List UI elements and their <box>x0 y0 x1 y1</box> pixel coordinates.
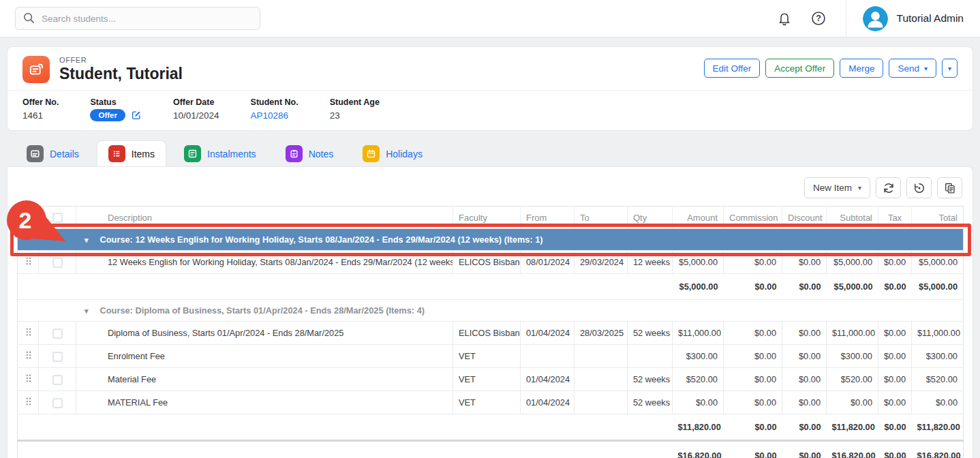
drag-handle[interactable] <box>18 345 39 368</box>
items-table: Description Faculty From To Qty Amount C… <box>17 206 963 458</box>
tab-notes[interactable]: Notes <box>274 140 346 166</box>
field-offer-date: Offer Date 10/01/2024 <box>173 97 219 121</box>
cell-discount: $0.00 <box>782 251 827 274</box>
cell-faculty: ELICOS Bisbane <box>453 322 521 345</box>
group-totals-row-commission: $0.00 <box>724 414 782 441</box>
cell-description: 12 Weeks English for Working Holiday, St… <box>76 251 453 274</box>
cell-subtotal: $11,000.00 <box>827 322 878 345</box>
cell-faculty: ELICOS Bisbane <box>453 251 521 274</box>
cell-total: $520.00 <box>912 368 964 391</box>
cell-commission: $0.00 <box>724 251 782 274</box>
cell-total: $300.00 <box>912 345 964 368</box>
tab-details[interactable]: Details <box>15 140 91 166</box>
edit-offer-button[interactable]: Edit Offer <box>704 59 761 78</box>
user-avatar[interactable] <box>863 6 888 31</box>
edit-status-icon[interactable] <box>131 110 142 121</box>
row-checkbox-cell <box>39 322 76 345</box>
cell-description: MATERIAL Fee <box>76 391 453 414</box>
drag-handle[interactable] <box>18 391 39 414</box>
grand-totals-row-total: $16,820.00 <box>912 441 964 458</box>
history-button[interactable] <box>906 177 932 198</box>
col-total: Total <box>912 207 964 229</box>
notifications-bell-icon[interactable] <box>776 10 793 27</box>
student-search <box>15 7 260 30</box>
refresh-button[interactable] <box>876 177 901 198</box>
record-type-label: OFFER <box>59 56 183 64</box>
grand-totals-row-discount: $0.00 <box>782 441 827 458</box>
tab-holidays[interactable]: Holidays <box>351 140 434 166</box>
col-subtotal: Subtotal <box>827 207 878 229</box>
field-student-age: Student Age 23 <box>330 97 380 121</box>
cell-amount: $0.00 <box>673 391 724 414</box>
new-item-button[interactable]: New Item▾ <box>804 177 870 198</box>
copy-items-button[interactable] <box>937 177 962 198</box>
course-group-header-row: ▾Course: Diploma of Business, Starts 01/… <box>18 300 964 322</box>
col-discount: Discount <box>782 207 827 229</box>
drag-handle[interactable] <box>18 368 39 391</box>
col-faculty: Faculty <box>453 207 521 229</box>
cell-subtotal: $0.00 <box>827 391 878 414</box>
col-description: Description <box>76 207 453 229</box>
send-button[interactable]: Send▾ <box>889 59 936 78</box>
row-checkbox-cell <box>39 391 76 414</box>
notes-clipboard-icon <box>286 145 303 162</box>
row-checkbox[interactable] <box>52 398 63 408</box>
drag-handle-icon <box>25 256 32 266</box>
drag-handle-icon <box>25 373 32 384</box>
search-input[interactable] <box>15 7 260 30</box>
accept-offer-button[interactable]: Accept Offer <box>765 59 834 78</box>
grand-totals-row-amount: $16,820.00 <box>673 441 724 458</box>
row-checkbox[interactable] <box>52 329 63 339</box>
offer-card: OFFER Student, Tutorial Edit Offer Accep… <box>7 46 973 131</box>
cell-faculty: VET <box>453 345 521 368</box>
tab-instalments[interactable]: Instalments <box>172 140 268 166</box>
drag-handle[interactable] <box>18 251 39 274</box>
details-card-icon <box>27 145 44 162</box>
cell-from: 01/04/2024 <box>521 322 575 345</box>
merge-button[interactable]: Merge <box>840 59 883 78</box>
cell-from <box>521 345 575 368</box>
topbar-divider <box>846 0 846 37</box>
tab-items[interactable]: Items <box>97 140 166 166</box>
cell-total: $5,000.00 <box>912 251 964 274</box>
group-totals-row-amount: $5,000.00 <box>673 274 724 300</box>
select-all-checkbox[interactable] <box>52 213 63 223</box>
cell-description: Diploma of Business, Starts 01/Apr/2024 … <box>76 322 453 345</box>
col-tax: Tax <box>878 207 912 229</box>
cell-description: Material Fee <box>76 368 453 391</box>
cell-subtotal: $300.00 <box>827 345 878 368</box>
drag-handle[interactable] <box>18 322 39 345</box>
cell-tax: $0.00 <box>878 345 912 368</box>
row-checkbox[interactable] <box>52 258 63 268</box>
cell-tax: $0.00 <box>878 251 912 274</box>
student-no-link[interactable]: AP10286 <box>251 110 298 121</box>
group-totals-row-tax: $0.00 <box>878 274 912 300</box>
row-checkbox-cell <box>39 368 76 391</box>
group-header-label: Course: 12 Weeks English for Working Hol… <box>100 234 543 245</box>
row-checkbox-cell <box>39 345 76 368</box>
cell-to <box>575 345 628 368</box>
cell-subtotal: $5,000.00 <box>827 251 878 274</box>
row-checkbox[interactable] <box>52 375 63 385</box>
group-totals-row-discount: $0.00 <box>782 414 827 441</box>
group-collapse-caret[interactable]: ▾ <box>85 307 89 316</box>
page-title: Student, Tutorial <box>59 65 183 83</box>
group-collapse-caret[interactable]: ▾ <box>85 236 89 245</box>
row-checkbox[interactable] <box>52 352 63 362</box>
cell-amount: $5,000.00 <box>673 251 724 274</box>
group-totals-row-total: $5,000.00 <box>912 274 964 300</box>
cell-to <box>575 368 628 391</box>
help-icon[interactable]: ? <box>810 10 827 27</box>
cell-qty <box>628 345 673 368</box>
cell-total: $0.00 <box>912 391 964 414</box>
item-row: Enrolment FeeVET$300.00$0.00$0.00$300.00… <box>18 345 964 368</box>
col-commission: Commission <box>724 207 782 229</box>
cell-from: 01/04/2024 <box>521 391 575 414</box>
group-totals-row-subtotal: $5,000.00 <box>827 274 878 300</box>
cell-from: 08/01/2024 <box>521 251 575 274</box>
cell-amount: $300.00 <box>673 345 724 368</box>
cell-from: 01/04/2024 <box>521 368 575 391</box>
cell-qty: 52 weeks <box>628 322 673 345</box>
cell-total: $11,000.00 <box>912 322 964 345</box>
more-actions-button[interactable]: ▾ <box>942 59 958 78</box>
